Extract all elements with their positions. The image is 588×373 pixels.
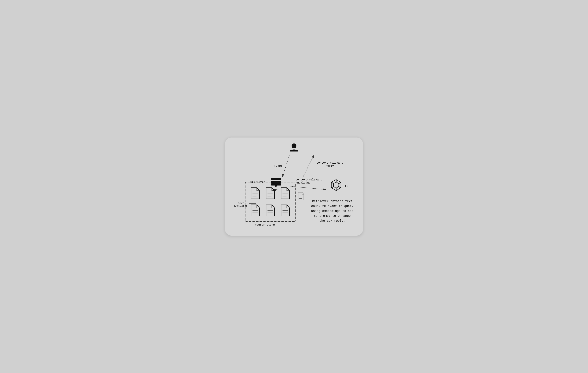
- svg-rect-7: [271, 178, 281, 180]
- svg-line-23: [331, 186, 334, 188]
- doc-icon-6: [279, 203, 292, 218]
- svg-line-20: [339, 182, 341, 184]
- prompt-label: Prompt: [273, 164, 283, 167]
- diagram-container: Prompt Context-relevant Reply Retriever …: [225, 138, 363, 236]
- description-text: Retriever obtains text chunk relevant to…: [311, 199, 354, 223]
- svg-line-24: [331, 182, 334, 184]
- user-icon: [289, 142, 299, 153]
- doc-small-icon: [297, 192, 304, 201]
- reply-label: Context-relevant Reply: [316, 161, 343, 167]
- svg-line-1: [303, 155, 314, 177]
- vector-store-box: [245, 182, 295, 222]
- llm-icon: [329, 178, 343, 193]
- svg-line-21: [339, 186, 341, 188]
- svg-point-6: [292, 143, 296, 148]
- doc-icon-1: [249, 186, 262, 201]
- doc-icon-2: [263, 186, 277, 201]
- vector-store-label: Vector Store: [255, 223, 275, 226]
- knowledge-label: Context-relevant Knowledge: [295, 178, 322, 184]
- svg-line-0: [283, 155, 289, 177]
- doc-icon-4: [249, 203, 262, 218]
- doc-icon-5: [263, 203, 277, 218]
- doc-icon-3: [279, 186, 292, 201]
- llm-label: LLM: [344, 185, 348, 188]
